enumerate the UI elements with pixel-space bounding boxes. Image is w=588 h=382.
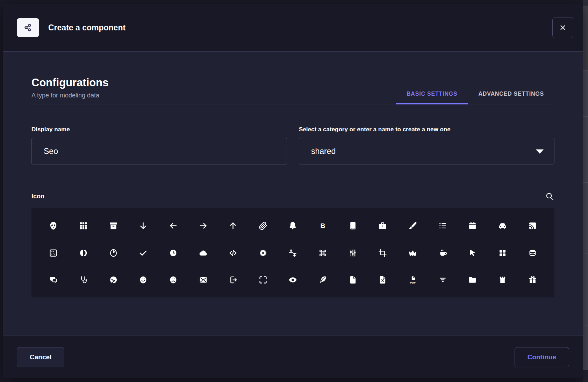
background-row-divider xyxy=(583,182,588,183)
icon-option-crown[interactable] xyxy=(398,239,428,266)
icon-option-brush[interactable] xyxy=(398,212,428,239)
arrow-down-icon xyxy=(138,221,148,230)
modal-header: Create a component xyxy=(3,4,583,52)
icon-option-code[interactable] xyxy=(218,239,248,266)
icon-option-command[interactable] xyxy=(308,239,338,266)
icon-option-dashboard[interactable] xyxy=(488,239,518,266)
icon-option-arrow-right[interactable] xyxy=(188,212,218,239)
icon-option-emotion-happy[interactable] xyxy=(128,266,158,293)
icon-option-cog[interactable] xyxy=(248,239,278,266)
icon-option-attachment[interactable] xyxy=(248,212,278,239)
icon-option-doctor[interactable] xyxy=(69,266,99,293)
bullet-list-icon xyxy=(438,221,447,230)
icon-option-briefcase[interactable] xyxy=(368,212,398,239)
dashboard-icon xyxy=(498,248,507,258)
icon-option-apps[interactable] xyxy=(69,212,99,239)
icon-option-bold[interactable] xyxy=(308,212,338,239)
settings-tabs: BASIC SETTINGS ADVANCED SETTINGS xyxy=(396,91,554,104)
icon-option-book[interactable] xyxy=(338,212,368,239)
emotion-unhappy-icon xyxy=(168,275,178,285)
archive-icon xyxy=(109,221,118,230)
arrow-up-icon xyxy=(228,221,238,230)
feather-icon xyxy=(318,275,328,285)
display-name-label: Display name xyxy=(31,126,287,133)
form-row: Display name Select a category or enter … xyxy=(31,126,554,164)
continue-button[interactable]: Continue xyxy=(515,347,569,367)
cup-icon xyxy=(438,248,447,258)
icon-option-console[interactable] xyxy=(338,239,368,266)
command-icon xyxy=(318,248,328,258)
background-edge-segment xyxy=(583,6,588,70)
filter-icon xyxy=(438,275,447,285)
icon-option-alien[interactable] xyxy=(38,212,69,239)
icon-option-earth[interactable] xyxy=(98,266,128,293)
file-pdf-icon xyxy=(408,275,417,285)
icon-option-cup[interactable] xyxy=(428,239,458,266)
category-select[interactable]: shared xyxy=(299,138,554,164)
close-button[interactable] xyxy=(552,17,573,38)
section-header: Configurations A type for modeling data … xyxy=(31,77,554,104)
background-page-edge xyxy=(583,0,588,382)
folder-icon xyxy=(468,275,477,285)
icon-option-bullet-list[interactable] xyxy=(428,212,458,239)
database-icon xyxy=(528,248,537,258)
display-name-input[interactable] xyxy=(31,138,287,164)
icon-option-archive[interactable] xyxy=(98,212,128,239)
modal-title: Create a component xyxy=(48,23,126,32)
envelope-icon xyxy=(199,275,208,285)
icon-option-cloud[interactable] xyxy=(188,239,218,266)
icon-option-bell[interactable] xyxy=(278,212,308,239)
discuss-icon xyxy=(49,275,58,285)
tab-advanced-settings[interactable]: ADVANCED SETTINGS xyxy=(468,91,554,104)
icon-option-discuss[interactable] xyxy=(38,266,69,293)
expand-icon xyxy=(258,275,268,285)
crop-icon xyxy=(378,248,387,258)
background-row-divider xyxy=(583,70,588,71)
icon-option-file[interactable] xyxy=(338,266,368,293)
category-label: Select a category or enter a name to cre… xyxy=(299,126,554,133)
icon-option-arrow-down[interactable] xyxy=(128,212,158,239)
icon-option-arrow-left[interactable] xyxy=(158,212,188,239)
icon-option-feather[interactable] xyxy=(308,266,338,293)
icon-search-button[interactable] xyxy=(545,192,554,201)
cancel-button[interactable]: Cancel xyxy=(17,347,64,367)
icon-option-cast[interactable] xyxy=(517,212,547,239)
icon-option-envelope[interactable] xyxy=(188,266,218,293)
icon-option-folder[interactable] xyxy=(458,266,488,293)
icon-option-file-pdf[interactable] xyxy=(398,266,428,293)
chart-pie-icon xyxy=(109,248,118,258)
icon-option-gate[interactable] xyxy=(488,266,518,293)
icon-option-check[interactable] xyxy=(128,239,158,266)
create-component-modal: Create a component Configurations A type… xyxy=(3,4,583,378)
icon-option-crop[interactable] xyxy=(368,239,398,266)
icon-option-filter[interactable] xyxy=(428,266,458,293)
icon-option-car[interactable] xyxy=(488,212,518,239)
cursor-icon xyxy=(468,248,477,258)
icon-option-file-error[interactable] xyxy=(368,266,398,293)
background-row-divider xyxy=(583,325,588,325)
icon-option-exit[interactable] xyxy=(218,266,248,293)
icon-option-expand[interactable] xyxy=(248,266,278,293)
tab-basic-settings[interactable]: BASIC SETTINGS xyxy=(396,91,468,104)
exit-icon xyxy=(228,275,238,285)
icon-option-emotion-unhappy[interactable] xyxy=(158,266,188,293)
icon-option-database[interactable] xyxy=(517,239,547,266)
icon-option-chart-pie[interactable] xyxy=(98,239,128,266)
icon-option-clock[interactable] xyxy=(158,239,188,266)
icon-option-arrow-up[interactable] xyxy=(218,212,248,239)
icon-option-gift[interactable] xyxy=(517,266,547,293)
category-field-group: Select a category or enter a name to cre… xyxy=(299,126,554,164)
background-edge-segment xyxy=(583,370,588,382)
section-titles: Configurations A type for modeling data xyxy=(31,77,108,104)
icon-option-collapse[interactable] xyxy=(278,239,308,266)
icon-option-eye[interactable] xyxy=(278,266,308,293)
icon-option-chart-bubble[interactable] xyxy=(38,239,69,266)
icon-option-cursor[interactable] xyxy=(458,239,488,266)
cast-icon xyxy=(528,221,537,230)
page-background: Create a component Configurations A type… xyxy=(0,0,588,382)
display-name-field-group: Display name xyxy=(31,126,287,164)
earth-icon xyxy=(109,275,118,285)
icon-option-chart-circle[interactable] xyxy=(69,239,99,266)
book-icon xyxy=(348,221,358,230)
icon-option-calendar[interactable] xyxy=(458,212,488,239)
